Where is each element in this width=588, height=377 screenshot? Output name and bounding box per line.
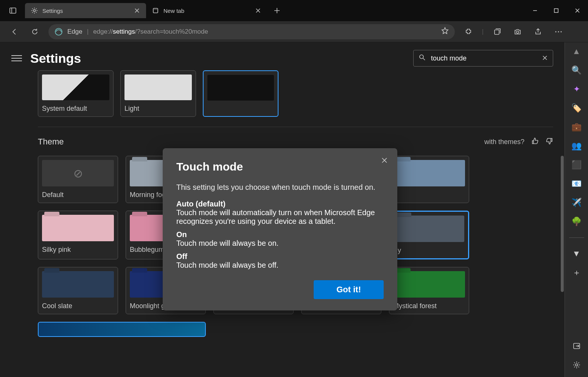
appearance-preview xyxy=(124,74,192,100)
svg-rect-0 xyxy=(10,8,16,13)
dialog-intro: This setting lets you choose when touch … xyxy=(176,182,384,193)
appearance-preview xyxy=(207,75,274,101)
main-pane: Settings System default Light xyxy=(0,42,565,377)
dialog-option-auto: Auto (default) Touch mode will automatic… xyxy=(176,200,384,226)
theme-card[interactable]: ⊘Default xyxy=(38,156,118,203)
theme-swatch: ⊘ xyxy=(42,160,114,186)
edge-icon xyxy=(54,28,63,36)
people-icon[interactable]: 👥 xyxy=(571,141,582,151)
svg-point-11 xyxy=(516,31,519,33)
toolbar: Edge | edge://settings/?search=touch%20m… xyxy=(0,21,588,42)
maximize-button[interactable] xyxy=(546,3,567,18)
touch-mode-dialog: Touch mode This setting lets you choose … xyxy=(163,148,397,310)
address-bar[interactable]: Edge | edge://settings/?search=touch%20m… xyxy=(48,24,455,39)
search-icon xyxy=(419,54,426,63)
outlook-icon[interactable]: 📧 xyxy=(571,178,582,189)
svg-rect-3 xyxy=(153,8,158,13)
window-controls xyxy=(524,3,588,18)
dialog-title: Touch mode xyxy=(176,160,384,173)
search-sparkle-icon[interactable]: 🔍 xyxy=(571,65,582,76)
appearance-label: System default xyxy=(42,105,109,113)
tab-settings[interactable]: Settings xyxy=(25,3,146,18)
sparkle-icon[interactable]: ✦ xyxy=(571,84,582,95)
gear-icon xyxy=(31,7,38,14)
minimize-button[interactable] xyxy=(524,3,546,18)
theme-label: Default xyxy=(42,191,114,199)
settings-menu-button[interactable] xyxy=(11,53,22,64)
sidebar-down-icon[interactable]: ▼ xyxy=(571,248,582,259)
extensions-button[interactable] xyxy=(462,25,475,39)
address-product: Edge xyxy=(67,28,82,36)
tab-close-button[interactable] xyxy=(254,6,263,15)
appearance-card-light[interactable]: Light xyxy=(120,70,196,117)
theme-swatch xyxy=(42,215,114,241)
sidebar-add-button[interactable]: ＋ xyxy=(571,267,582,278)
svg-rect-8 xyxy=(554,9,558,12)
briefcase-icon[interactable]: 💼 xyxy=(571,122,582,132)
appearance-card-system[interactable]: System default xyxy=(38,70,114,117)
clear-search-button[interactable] xyxy=(542,54,548,62)
settings-header: Settings xyxy=(0,42,565,74)
theme-swatch xyxy=(394,216,464,242)
sidebar-divider xyxy=(569,237,584,238)
theme-card-custom[interactable] xyxy=(38,322,206,337)
svg-point-13 xyxy=(558,31,559,32)
new-tab-button[interactable] xyxy=(270,4,284,17)
close-window-button[interactable] xyxy=(567,3,588,18)
tab-newtab[interactable]: New tab xyxy=(146,3,267,18)
address-url: edge://settings/?search=touch%20mode xyxy=(93,28,437,36)
thumbs-down-icon[interactable] xyxy=(546,137,553,147)
theme-card[interactable]: Mystical forest xyxy=(389,267,469,314)
theme-card[interactable]: Silky pink xyxy=(38,211,118,259)
sidebar-settings-button[interactable] xyxy=(571,360,582,370)
screenshot-button[interactable] xyxy=(511,25,524,39)
theme-swatch xyxy=(393,160,465,186)
theme-swatch xyxy=(42,271,114,298)
gotit-button[interactable]: Got it! xyxy=(314,280,384,299)
svg-rect-10 xyxy=(495,30,499,34)
theme-card[interactable]: ny xyxy=(389,211,469,259)
page-title: Settings xyxy=(30,51,81,66)
feedback-text: with themes? xyxy=(484,138,524,146)
theme-feedback: with themes? xyxy=(484,137,553,147)
section-title: Theme xyxy=(38,137,64,147)
appearance-row: System default Light xyxy=(38,70,553,117)
appearance-label: Light xyxy=(124,105,192,113)
tab-close-button[interactable] xyxy=(132,6,142,15)
thumbs-up-icon[interactable] xyxy=(531,137,539,147)
theme-label: Silky pink xyxy=(42,246,114,254)
tab-actions-button[interactable] xyxy=(6,4,20,17)
dialog-option-off: Off Touch mode will always be off. xyxy=(176,252,384,270)
office-icon[interactable]: ⬛ xyxy=(571,160,582,170)
appearance-card-dark[interactable] xyxy=(203,70,278,117)
settings-search[interactable] xyxy=(413,50,553,67)
refresh-button[interactable] xyxy=(28,25,42,39)
svg-point-5 xyxy=(155,9,156,10)
svg-point-6 xyxy=(156,9,157,10)
sidebar: ▲ 🔍 ✦ 🏷️ 💼 👥 ⬛ 📧 ✈️ 🌳 ▼ ＋ xyxy=(565,42,588,377)
svg-point-14 xyxy=(561,31,562,32)
svg-point-12 xyxy=(555,31,557,32)
sidebar-up-icon[interactable]: ▲ xyxy=(571,46,582,57)
tag-icon[interactable]: 🏷️ xyxy=(571,103,582,113)
tree-icon[interactable]: 🌳 xyxy=(571,216,582,227)
theme-swatch xyxy=(393,271,465,298)
favorite-icon[interactable] xyxy=(441,27,449,36)
svg-point-2 xyxy=(33,9,35,11)
dialog-close-button[interactable] xyxy=(379,155,390,166)
scrollbar-thumb[interactable] xyxy=(561,156,564,292)
sidebar-collapse-button[interactable] xyxy=(571,341,582,351)
theme-card[interactable]: Cool slate xyxy=(38,267,118,314)
divider xyxy=(38,127,553,127)
back-button[interactable] xyxy=(8,25,21,39)
appearance-preview xyxy=(42,74,109,100)
content: Settings System default Light xyxy=(0,42,588,377)
collections-button[interactable] xyxy=(490,25,504,39)
send-icon[interactable]: ✈️ xyxy=(571,197,582,208)
share-button[interactable] xyxy=(531,25,545,39)
settings-search-input[interactable] xyxy=(431,54,537,62)
theme-card[interactable] xyxy=(389,156,469,203)
more-button[interactable] xyxy=(552,25,565,39)
titlebar: Settings New tab xyxy=(0,0,588,21)
scrollbar[interactable] xyxy=(560,69,564,326)
